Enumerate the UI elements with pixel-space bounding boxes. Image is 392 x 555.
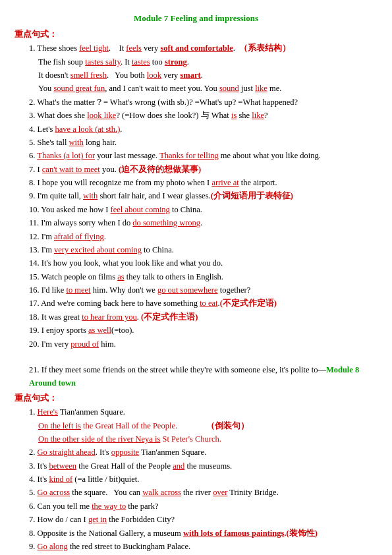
content-block2: 1. Here's Tian'anmen Square. On the left… <box>14 406 378 555</box>
content-block1: 1. These shoes feel tight. It feels very… <box>14 42 378 390</box>
section2-title: 重点句式： <box>14 392 378 405</box>
page-title: Module 7 Feeling and impressions <box>14 12 378 25</box>
section1-title: 重点句式： <box>14 28 378 41</box>
